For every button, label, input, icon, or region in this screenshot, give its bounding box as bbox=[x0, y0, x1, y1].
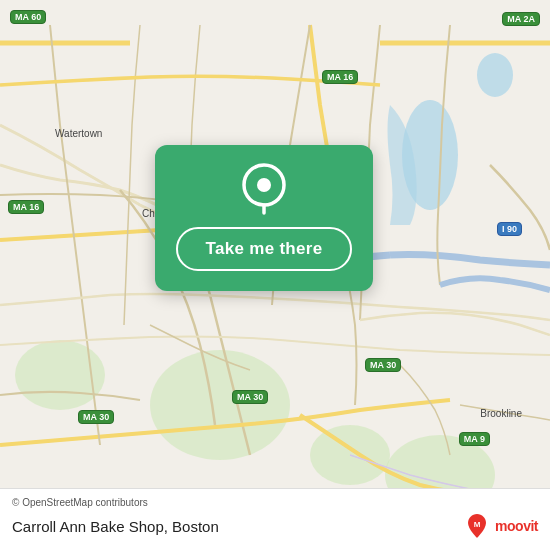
svg-point-2 bbox=[150, 350, 290, 460]
road-badge-ma2a: MA 2A bbox=[502, 12, 540, 26]
location-pin-icon bbox=[238, 163, 290, 215]
road-badge-ma60: MA 60 bbox=[10, 10, 46, 24]
osm-attribution: © OpenStreetMap contributors bbox=[12, 497, 538, 508]
bottom-bar: © OpenStreetMap contributors Carroll Ann… bbox=[0, 488, 550, 550]
svg-text:M: M bbox=[474, 520, 481, 529]
road-badge-ma16-left: MA 16 bbox=[8, 200, 44, 214]
app-container: MA 60 MA 2A MA 16 MA 16 I 90 MA 30 MA 30… bbox=[0, 0, 550, 550]
road-badge-ma30-right: MA 30 bbox=[365, 358, 401, 372]
location-name-row: Carroll Ann Bake Shop, Boston M moovit bbox=[12, 512, 538, 540]
road-badge-ma30-center: MA 30 bbox=[232, 390, 268, 404]
moovit-logo: M moovit bbox=[463, 512, 538, 540]
take-me-there-button[interactable]: Take me there bbox=[176, 227, 353, 271]
svg-point-1 bbox=[477, 53, 513, 97]
moovit-icon-svg: M bbox=[463, 512, 491, 540]
location-card: Take me there bbox=[155, 145, 373, 291]
road-badge-ma30-left: MA 30 bbox=[78, 410, 114, 424]
road-badge-ma9: MA 9 bbox=[459, 432, 490, 446]
road-badge-ma16-top: MA 16 bbox=[322, 70, 358, 84]
location-name: Carroll Ann Bake Shop, Boston bbox=[12, 518, 219, 535]
svg-point-9 bbox=[257, 178, 271, 192]
road-badge-i90: I 90 bbox=[497, 222, 522, 236]
moovit-text: moovit bbox=[495, 518, 538, 534]
